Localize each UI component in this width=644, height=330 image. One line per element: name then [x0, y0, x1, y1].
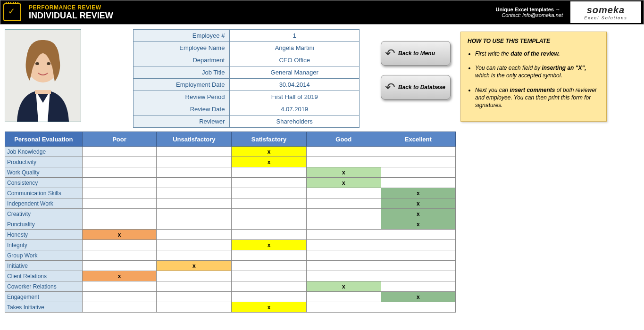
- rating-cell[interactable]: x: [381, 219, 455, 230]
- rating-cell[interactable]: [157, 167, 232, 178]
- rating-cell[interactable]: [157, 198, 232, 209]
- rating-cell[interactable]: [381, 250, 455, 261]
- rating-cell[interactable]: x: [157, 261, 232, 271]
- rating-cell[interactable]: x: [232, 302, 307, 313]
- rating-cell[interactable]: x: [232, 147, 307, 157]
- rating-cell[interactable]: [232, 250, 307, 261]
- rating-cell[interactable]: [306, 147, 381, 157]
- rating-cell[interactable]: [306, 292, 381, 302]
- rating-cell[interactable]: x: [306, 178, 381, 188]
- back-arrow-icon: ↶: [385, 46, 395, 61]
- rating-cell[interactable]: [157, 219, 232, 230]
- info-value[interactable]: Shareholders: [230, 116, 360, 128]
- rating-cell[interactable]: [306, 188, 381, 198]
- rating-cell[interactable]: [381, 261, 455, 271]
- rating-cell[interactable]: [157, 250, 232, 261]
- rating-cell[interactable]: [232, 167, 307, 178]
- table-row: Client Relationsx: [5, 271, 456, 281]
- rating-cell[interactable]: [306, 261, 381, 271]
- rating-cell[interactable]: [82, 261, 157, 271]
- rating-cell[interactable]: x: [306, 167, 381, 178]
- rating-cell[interactable]: [157, 271, 232, 281]
- rating-cell[interactable]: [306, 230, 381, 240]
- rating-cell[interactable]: [157, 302, 232, 313]
- brand-logo[interactable]: someka Excel Solutions: [570, 1, 641, 23]
- info-value[interactable]: CEO Office: [230, 54, 360, 66]
- rating-cell[interactable]: x: [306, 281, 381, 292]
- rating-cell[interactable]: [157, 188, 232, 198]
- rating-cell[interactable]: [157, 178, 232, 188]
- employee-info-table: Employee #1Employee NameAngela MartiniDe…: [133, 29, 360, 128]
- rating-cell[interactable]: [381, 281, 455, 292]
- rating-cell[interactable]: [157, 240, 232, 250]
- rating-cell[interactable]: [381, 271, 455, 281]
- rating-cell[interactable]: [232, 198, 307, 209]
- rating-cell[interactable]: [157, 157, 232, 167]
- rating-cell[interactable]: [306, 250, 381, 261]
- rating-cell[interactable]: [157, 230, 232, 240]
- rating-cell[interactable]: [157, 209, 232, 219]
- back-to-database-button[interactable]: ↶Back to Database: [381, 75, 451, 99]
- rating-cell[interactable]: [232, 219, 307, 230]
- rating-cell[interactable]: [232, 261, 307, 271]
- rating-cell[interactable]: [306, 302, 381, 313]
- rating-cell[interactable]: [381, 167, 455, 178]
- rating-cell[interactable]: [82, 178, 157, 188]
- info-label: Employee #: [134, 30, 230, 42]
- info-value[interactable]: First Half of 2019: [230, 91, 360, 103]
- info-value[interactable]: 4.07.2019: [230, 103, 360, 116]
- rating-cell[interactable]: [306, 271, 381, 281]
- rating-cell[interactable]: x: [232, 157, 307, 167]
- rating-cell[interactable]: [381, 147, 455, 157]
- rating-cell[interactable]: [82, 198, 157, 209]
- rating-cell[interactable]: [157, 147, 232, 157]
- rating-cell[interactable]: [306, 240, 381, 250]
- rating-cell[interactable]: [82, 281, 157, 292]
- info-value[interactable]: General Manager: [230, 66, 360, 79]
- rating-cell[interactable]: [381, 302, 455, 313]
- rating-cell[interactable]: [232, 209, 307, 219]
- rating-cell[interactable]: [306, 209, 381, 219]
- info-value[interactable]: 30.04.2014: [230, 79, 360, 91]
- rating-cell[interactable]: [232, 292, 307, 302]
- rating-cell[interactable]: [232, 271, 307, 281]
- rating-cell[interactable]: [157, 281, 232, 292]
- rating-cell[interactable]: [232, 188, 307, 198]
- info-value[interactable]: 1: [230, 30, 360, 42]
- rating-cell[interactable]: [82, 250, 157, 261]
- info-label: Employment Date: [134, 79, 230, 91]
- rating-cell[interactable]: [306, 219, 381, 230]
- rating-cell[interactable]: x: [381, 198, 455, 209]
- rating-cell[interactable]: [82, 240, 157, 250]
- rating-cell[interactable]: [82, 147, 157, 157]
- info-value[interactable]: Angela Martini: [230, 42, 360, 54]
- back-to-menu-button[interactable]: ↶Back to Menu: [381, 41, 451, 66]
- rating-cell[interactable]: [232, 230, 307, 240]
- rating-cell[interactable]: x: [82, 271, 157, 281]
- rating-cell[interactable]: x: [381, 209, 455, 219]
- rating-cell[interactable]: x: [381, 188, 455, 198]
- rating-cell[interactable]: [82, 157, 157, 167]
- templates-link[interactable]: Unique Excel templates →: [495, 7, 560, 12]
- rating-cell[interactable]: x: [82, 230, 157, 240]
- back-arrow-icon: ↶: [385, 80, 395, 95]
- rating-cell[interactable]: [157, 292, 232, 302]
- rating-cell[interactable]: [381, 157, 455, 167]
- rating-cell[interactable]: x: [381, 292, 455, 302]
- rating-cell[interactable]: [82, 188, 157, 198]
- rating-cell[interactable]: [82, 302, 157, 313]
- rating-cell[interactable]: [381, 178, 455, 188]
- rating-cell[interactable]: [82, 209, 157, 219]
- rating-cell[interactable]: [82, 167, 157, 178]
- rating-cell[interactable]: [306, 198, 381, 209]
- rating-cell[interactable]: [82, 292, 157, 302]
- info-label: Department: [134, 54, 230, 66]
- rating-cell[interactable]: [82, 219, 157, 230]
- rating-cell[interactable]: [381, 240, 455, 250]
- rating-cell[interactable]: x: [232, 240, 307, 250]
- eval-header: Personal Evaluation: [5, 132, 83, 147]
- rating-cell[interactable]: [381, 230, 455, 240]
- rating-cell[interactable]: [232, 178, 307, 188]
- rating-cell[interactable]: [232, 281, 307, 292]
- rating-cell[interactable]: [306, 157, 381, 167]
